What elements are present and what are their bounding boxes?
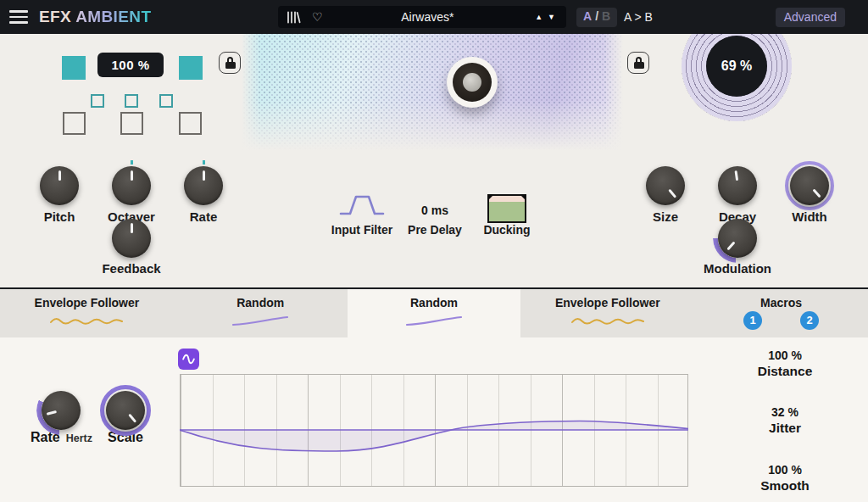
macro-badges: 1 2 [743,311,819,330]
voice-toggle-large-2[interactable] [120,112,143,135]
ab-toggle-separator: / [595,9,598,23]
input-filter-label: Input Filter [320,223,404,237]
ambience-visualizer[interactable] [242,34,623,154]
rate-label: Rate [167,209,240,224]
param-smooth-label: Smooth [726,478,844,494]
param-jitter-label: Jitter [726,421,844,436]
param-distance-label: Distance [726,364,844,379]
envelope-wave-icon [567,313,648,328]
position-xy-knob[interactable] [447,57,498,108]
output-macro-knob[interactable]: 69 % [706,36,767,97]
ducking-label: Ducking [465,223,549,237]
pitch-label: Pitch [23,209,96,224]
macro-badge-2[interactable]: 2 [800,311,819,330]
voice-toggle-small-1[interactable] [91,94,104,108]
logo-efx: EFX [39,8,71,25]
hamburger-menu-icon[interactable] [9,10,28,24]
output-macro-value: 69 % [721,59,752,74]
ab-toggle-a[interactable]: A [583,9,592,23]
favorite-icon[interactable]: ♡ [312,11,323,23]
preset-library-icon[interactable] [287,11,301,24]
param-distance-value[interactable]: 100 % [726,349,844,362]
tab-envelope-follower-2[interactable]: Envelope Follower [520,289,694,337]
input-mix-value[interactable]: 100 % [97,53,164,77]
preset-next-icon[interactable]: ▼ [548,13,555,21]
lfo-shape-icon[interactable] [178,349,199,370]
input-level-square-right[interactable] [179,56,203,80]
random-wave-icon [402,313,466,328]
tab-macros[interactable]: Macros 1 2 [694,289,868,337]
app-logo: EFX AMBIENT [39,8,152,26]
voice-toggle-large-1[interactable] [63,112,86,135]
tab-random-1[interactable]: Random [174,289,348,337]
input-lock-button[interactable] [219,52,241,74]
input-filter-icon[interactable] [338,192,386,215]
advanced-button[interactable]: Advanced [776,8,845,27]
tab-envelope-follower-1[interactable]: Envelope Follower [0,289,174,337]
feedback-label: Feedback [86,261,176,276]
tab-label: Macros [760,296,802,310]
ab-toggle[interactable]: A/B [576,8,617,27]
size-knob[interactable] [646,166,685,205]
voice-toggle-large-3[interactable] [179,112,202,135]
lfo-rate-knob[interactable] [42,391,81,430]
param-distance: 100 % Distance [726,349,844,379]
preset-prev-icon[interactable]: ▲ [535,13,542,21]
logo-product: AMBIENT [75,8,151,25]
param-jitter: 32 % Jitter [726,405,844,436]
rate-knob[interactable] [184,166,223,205]
modulation-label: Modulation [688,261,787,276]
tab-label: Random [236,296,284,310]
lfo-rate-unit: Hertz [66,432,92,444]
param-smooth: 100 % Smooth [726,463,844,494]
width-label: Width [773,209,846,224]
feedback-knob[interactable] [112,219,151,258]
random-wave-icon [228,313,292,328]
ducking-icon[interactable] [487,194,526,223]
tab-random-2-selected[interactable]: Random [348,289,521,337]
ab-toggle-b[interactable]: B [602,9,610,23]
preset-name[interactable]: Airwaves* [323,10,533,24]
voice-toggle-small-3[interactable] [159,94,173,108]
plugin-window: EFX AMBIENT ♡ Airwaves* ▲ ▼ A/B A > B Ad… [0,0,868,502]
pitch-knob[interactable] [40,166,79,205]
modulator-tab-strip: Envelope Follower Random Random Envelope… [0,287,868,337]
tab-label: Random [410,296,458,310]
input-level-square-left[interactable] [62,56,86,80]
width-knob[interactable] [790,166,829,205]
modulation-knob[interactable] [718,219,757,258]
envelope-wave-icon [46,313,127,328]
ab-copy-button[interactable]: A > B [624,10,653,24]
octaver-knob[interactable] [112,166,151,205]
pre-delay-label: Pre Delay [401,223,469,237]
tab-label: Envelope Follower [35,296,140,310]
pre-delay-value[interactable]: 0 ms [401,204,469,217]
tab-label: Envelope Follower [555,296,660,310]
lfo-waveform-editor[interactable] [180,374,688,487]
output-lock-button[interactable] [627,52,649,74]
size-label: Size [629,209,702,224]
top-bar: EFX AMBIENT ♡ Airwaves* ▲ ▼ A/B A > B Ad… [0,0,868,34]
voice-toggle-small-2[interactable] [125,94,138,108]
decay-knob[interactable] [718,166,757,205]
lfo-scale-knob[interactable] [106,391,145,430]
param-jitter-value[interactable]: 32 % [726,405,844,419]
preset-bar[interactable]: ♡ Airwaves* ▲ ▼ [278,6,566,28]
macro-badge-1[interactable]: 1 [743,311,762,330]
param-smooth-value[interactable]: 100 % [726,463,844,477]
